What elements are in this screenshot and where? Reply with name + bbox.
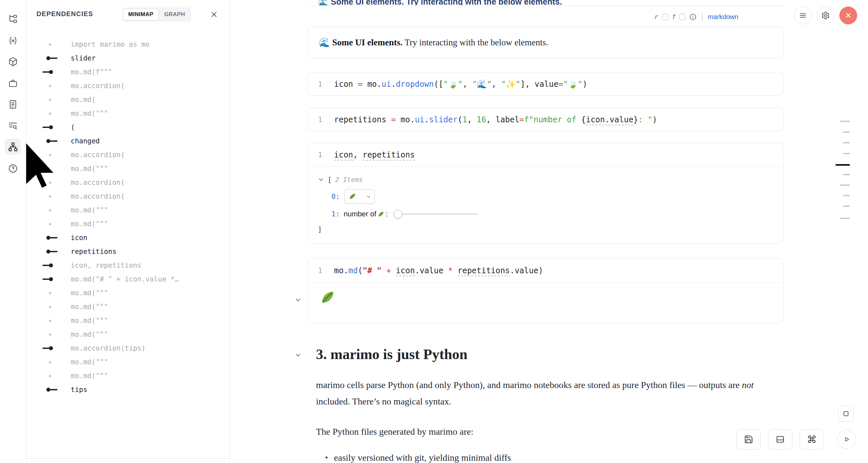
minimap-cell-line[interactable] — [843, 174, 850, 175]
dependency-label: mo.md(""" — [71, 165, 108, 173]
panel-title: DEPENDENCIES — [36, 10, 93, 18]
chevron-down-icon — [294, 296, 302, 304]
dependency-item[interactable]: icon — [26, 231, 230, 245]
run-button[interactable] — [837, 430, 856, 449]
minimap-cell-line[interactable] — [835, 164, 850, 166]
dependency-item[interactable]: import marimo as mo — [26, 37, 230, 51]
cell-dot-glyph — [26, 189, 71, 203]
variables-button[interactable] — [5, 33, 21, 48]
dependency-item[interactable]: mo.md(""" — [26, 355, 230, 369]
documentation-button[interactable] — [5, 96, 21, 112]
collapse-section-button[interactable] — [294, 351, 302, 359]
leaf-emoji-icon — [377, 211, 384, 218]
minimap-cell-line[interactable] — [840, 121, 850, 122]
minimap-cell-line[interactable] — [840, 218, 850, 219]
item-key-0: 0: — [332, 193, 340, 200]
notebook-menu-button[interactable] — [794, 7, 812, 24]
panel-close-button[interactable] — [208, 8, 221, 21]
repetitions-slider[interactable] — [394, 210, 478, 219]
toolbox-icon — [8, 79, 18, 88]
dependency-item[interactable]: repetitions — [26, 245, 230, 258]
dependency-item[interactable]: mo.md( — [26, 93, 230, 106]
cell-dot-glyph — [26, 93, 71, 106]
dependency-item[interactable]: mo.md(""" — [26, 328, 230, 341]
section-paragraph: The Python files generated by marimo are… — [316, 424, 778, 440]
dependency-item[interactable]: mo.md(""" — [26, 217, 230, 231]
layout-button[interactable] — [768, 429, 793, 450]
dependency-label: mo.md(""" — [71, 303, 108, 311]
dependency-item[interactable]: mo.accordion( — [26, 79, 230, 93]
file-tree-button[interactable] — [5, 11, 21, 27]
settings-button[interactable] — [817, 7, 834, 24]
toolbox-button[interactable] — [5, 75, 21, 91]
dependency-item[interactable]: mo.md(""" — [26, 300, 230, 314]
save-button[interactable] — [737, 429, 761, 450]
dependency-item[interactable]: mo.accordion(tips) — [26, 341, 230, 355]
minimap-cell-line[interactable] — [843, 195, 850, 196]
item-key-1: 1: — [332, 210, 340, 218]
cell-dot-glyph — [26, 328, 71, 341]
dependency-item[interactable]: ( — [26, 120, 230, 134]
dependency-item[interactable]: mo.md(""" — [26, 203, 230, 217]
chevron-down-icon — [294, 351, 302, 359]
wave-emoji: 🌊 — [319, 37, 332, 48]
markdown-editor-peek[interactable]: 🌊 Some UI elements. Try interacting with… — [318, 0, 660, 5]
leaf-output — [308, 282, 783, 306]
panel-toggle-button[interactable] — [838, 406, 854, 422]
dependency-item[interactable]: mo.md(""" — [26, 286, 230, 300]
packages-button[interactable] — [5, 54, 21, 69]
dependencies-button[interactable] — [5, 139, 21, 155]
document-icon — [8, 100, 18, 109]
section-heading: 3. marimo is just Python — [316, 346, 468, 363]
output-text: Try interacting with the below elements. — [402, 37, 548, 48]
dependency-item[interactable]: mo.md(f""" — [26, 65, 230, 79]
dependency-item[interactable]: mo.md(""" — [26, 106, 230, 120]
dependency-label: mo.md(""" — [71, 372, 108, 380]
close-bracket: ] — [318, 225, 322, 234]
slider-knob[interactable] — [394, 210, 402, 219]
snippets-search-button[interactable] — [5, 118, 21, 133]
code-editor[interactable]: 1 icon, repetitions — [308, 143, 783, 166]
line-number: 1 — [308, 116, 334, 124]
cell-dot-glyph — [26, 300, 71, 314]
dependency-label: mo.md("# " + icon.value *… — [71, 275, 179, 283]
minimap-cell-line[interactable] — [843, 153, 850, 154]
help-button[interactable] — [5, 160, 21, 176]
code-line: icon, repetitions — [334, 150, 415, 159]
section-paragraph: marimo cells parse Python (and only Pyth… — [316, 377, 778, 410]
dependency-item[interactable]: mo.md(""" — [26, 369, 230, 383]
cell-dot-glyph — [26, 355, 71, 369]
minimap-cell-line[interactable] — [843, 131, 850, 133]
dependency-label: changed — [71, 137, 100, 145]
dependency-item[interactable]: tips — [26, 383, 230, 397]
dependency-label: ( — [71, 123, 75, 131]
keyboard-shortcuts-button[interactable]: ⌘ — [800, 429, 824, 450]
items-count: 2 Items — [335, 176, 363, 184]
minimap-cell-line[interactable] — [843, 142, 850, 143]
collapse-cell-button[interactable] — [294, 296, 302, 304]
language-markdown-button[interactable]: markdown — [708, 13, 738, 21]
f-checkbox[interactable] — [679, 14, 685, 20]
r-checkbox[interactable] — [662, 14, 668, 20]
minimap-cell-line[interactable] — [843, 206, 850, 207]
markdown-output-cell: 🌊 Some UI elements. Try interacting with… — [307, 27, 783, 58]
tab-minimap[interactable]: MINIMAP — [123, 8, 158, 21]
footer-divider — [702, 13, 703, 21]
code-line: repetitions = mo.ui.slider(1, 16, label=… — [334, 115, 657, 124]
minimap-cell-line[interactable] — [840, 184, 850, 186]
chevron-down-icon — [366, 194, 371, 199]
info-button[interactable] — [689, 13, 697, 21]
dependency-item[interactable]: mo.md(""" — [26, 314, 230, 328]
code-editor[interactable]: 1 repetitions = mo.ui.slider(1, 16, labe… — [308, 108, 783, 131]
icon-dropdown-select[interactable] — [344, 189, 374, 204]
slider-track[interactable] — [394, 213, 478, 215]
collapse-array-button[interactable] — [318, 176, 324, 183]
dependency-item[interactable]: mo.accordion( — [26, 189, 230, 203]
dependency-item[interactable]: mo.md("# " + icon.value *… — [26, 272, 230, 286]
dependency-item[interactable]: slider — [26, 51, 230, 65]
code-cell-tuple: 1 icon, repetitions [ 2 Items 0: 1: n — [307, 143, 783, 244]
code-editor[interactable]: 1 mo.md("# " + icon.value * repetitions.… — [308, 259, 783, 282]
code-editor[interactable]: 1 icon = mo.ui.dropdown(["🍃", "🌊", "✨"],… — [308, 72, 783, 96]
tab-graph[interactable]: GRAPH — [159, 8, 190, 21]
dependency-item[interactable]: icon, repetitions — [26, 258, 230, 272]
